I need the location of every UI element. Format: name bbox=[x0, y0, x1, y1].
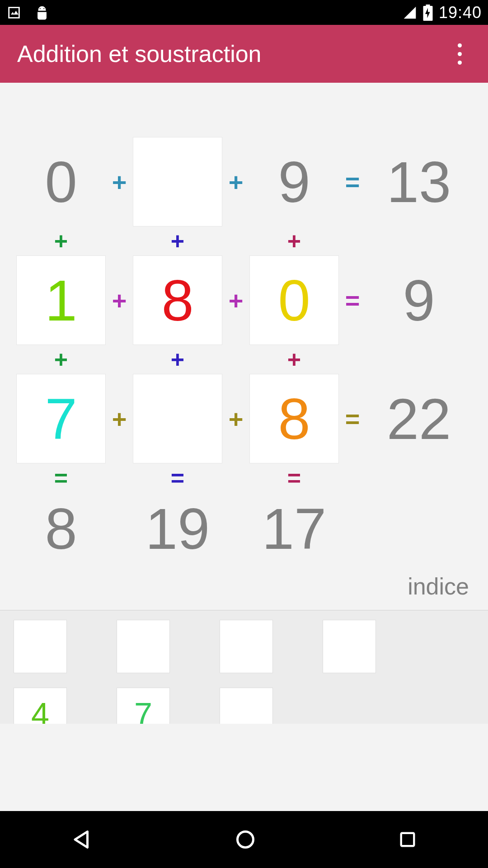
recent-apps-button[interactable] bbox=[398, 830, 418, 849]
op-r3-2: + bbox=[222, 374, 249, 463]
tile-5[interactable]: 4 bbox=[14, 688, 67, 724]
content: 0 + + 9 = 13 + + + 1 + bbox=[0, 83, 488, 811]
tile-7[interactable] bbox=[220, 688, 273, 724]
col-result-c2: 19 bbox=[133, 484, 222, 573]
tile-1[interactable] bbox=[14, 620, 67, 673]
grid-row-1: 0 + + 9 = 13 bbox=[16, 137, 472, 226]
result-r2: 9 bbox=[366, 267, 472, 334]
picture-icon bbox=[6, 5, 22, 20]
tile-4[interactable] bbox=[323, 620, 376, 673]
svg-rect-1 bbox=[401, 833, 414, 846]
number-tiles-tray: 4 7 bbox=[0, 612, 488, 724]
vop-12-c3: + bbox=[249, 227, 339, 255]
cell-r2-c1[interactable]: 1 bbox=[16, 255, 106, 345]
battery-charging-icon bbox=[422, 5, 433, 21]
vertical-ops-12: + + + bbox=[16, 226, 472, 255]
column-results: 8 19 17 bbox=[16, 492, 472, 565]
col-result-c1: 8 bbox=[16, 484, 106, 573]
col-result-c3: 17 bbox=[249, 484, 339, 573]
statusbar: 19:40 bbox=[0, 0, 488, 25]
cell-r3-c2[interactable] bbox=[133, 374, 222, 463]
result-r3: 22 bbox=[366, 386, 472, 452]
overflow-menu-button[interactable] bbox=[448, 40, 471, 67]
vop-12-c1: + bbox=[16, 227, 106, 255]
cell-r2-c2[interactable]: 8 bbox=[133, 255, 222, 345]
eq-r3: = bbox=[339, 374, 366, 463]
home-button[interactable] bbox=[234, 828, 257, 851]
op-r2-1: + bbox=[106, 255, 133, 345]
android-debug-icon bbox=[34, 4, 50, 21]
tile-2[interactable] bbox=[117, 620, 170, 673]
cell-r1-c1: 0 bbox=[16, 137, 106, 226]
appbar: Addition et soustraction bbox=[0, 25, 488, 83]
cell-r2-c3[interactable]: 0 bbox=[249, 255, 339, 345]
back-button[interactable] bbox=[70, 828, 93, 851]
vop-23-c3: + bbox=[249, 346, 339, 373]
cell-r1-c2[interactable] bbox=[133, 137, 222, 226]
clock: 19:40 bbox=[439, 3, 482, 22]
svg-point-0 bbox=[238, 832, 253, 848]
vop-23-c1: + bbox=[16, 346, 106, 373]
vop-12-c2: + bbox=[133, 227, 222, 255]
page-title: Addition et soustraction bbox=[17, 40, 262, 67]
puzzle-grid: 0 + + 9 = 13 + + + 1 + bbox=[0, 83, 488, 565]
result-r1: 13 bbox=[366, 149, 472, 215]
op-r3-1: + bbox=[106, 374, 133, 463]
cell-r3-c1[interactable]: 7 bbox=[16, 374, 106, 463]
cell-r3-c3[interactable]: 8 bbox=[249, 374, 339, 463]
cell-signal-icon bbox=[403, 5, 417, 20]
eq-r1: = bbox=[339, 137, 366, 226]
hint-button[interactable]: indice bbox=[0, 565, 488, 610]
tile-6[interactable]: 7 bbox=[117, 688, 170, 724]
grid-row-3: 7 + + 8 = 22 bbox=[16, 374, 472, 463]
op-r2-2: + bbox=[222, 255, 249, 345]
op-r1-2: + bbox=[222, 137, 249, 226]
vertical-ops-23: + + + bbox=[16, 345, 472, 374]
grid-row-2: 1 + 8 + 0 = 9 bbox=[16, 255, 472, 345]
android-navbar bbox=[0, 811, 488, 868]
cell-r1-c3: 9 bbox=[249, 137, 339, 226]
eq-r2: = bbox=[339, 255, 366, 345]
vop-23-c2: + bbox=[133, 346, 222, 373]
tile-3[interactable] bbox=[220, 620, 273, 673]
op-r1-1: + bbox=[106, 137, 133, 226]
